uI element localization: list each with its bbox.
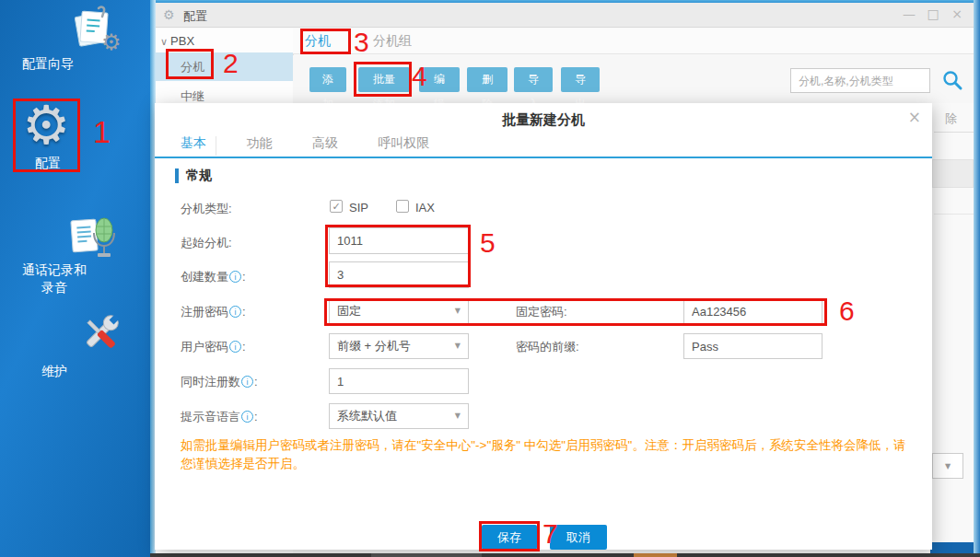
dropdown-caret-icon: ▼	[455, 334, 461, 358]
minimize-icon[interactable]: —	[902, 6, 916, 21]
window-gear-icon: ⚙	[163, 7, 175, 22]
maintenance-icon	[77, 309, 123, 357]
desktop-edge-strip	[150, 553, 980, 557]
background-divider	[934, 214, 974, 215]
registration-password-mode-select[interactable]: 固定 ▼	[329, 298, 469, 324]
background-page-size-select[interactable]: ▼	[932, 453, 963, 479]
info-icon: i	[229, 271, 241, 283]
config-wizard-icon: ⚙	[74, 6, 122, 50]
dialog-tab-features[interactable]: 功能	[246, 135, 272, 152]
password-prefix-label: 密码的前缀:	[516, 339, 579, 355]
selected-option: 前缀 + 分机号	[337, 339, 411, 353]
fixed-password-label: 固定密码:	[516, 304, 567, 320]
registration-password-label: 注册密码i:	[181, 304, 246, 320]
svg-text:⚙: ⚙	[101, 29, 122, 55]
iax-checkbox[interactable]	[396, 200, 409, 213]
info-icon: i	[241, 376, 253, 388]
tab-extension-group[interactable]: 分机组	[373, 33, 412, 50]
call-records-icon	[70, 215, 120, 261]
dialog-tab-basic[interactable]: 基本	[181, 135, 206, 152]
check-icon: ✓	[332, 201, 340, 213]
desktop-edge-segment	[371, 553, 482, 557]
dialog-tab-advanced[interactable]: 高级	[312, 135, 338, 152]
tree-item-extension[interactable]: 分机	[156, 52, 293, 81]
info-icon: i	[241, 411, 253, 423]
start-extension-label: 起始分机:	[181, 235, 232, 251]
desktop-edge-segment	[634, 553, 677, 557]
config-gear-icon: ⚙	[22, 99, 70, 151]
concurrent-registrations-label: 同时注册数i:	[181, 374, 258, 390]
selected-option: 系统默认值	[337, 409, 397, 423]
user-password-label: 用户密码i:	[181, 339, 246, 355]
sidebar-label-config: 配置	[0, 155, 96, 172]
save-button[interactable]: 保存	[482, 525, 537, 550]
tree-item-extension-label: 分机	[181, 60, 204, 74]
window-right-border	[974, 0, 980, 553]
search-input[interactable]	[790, 68, 930, 93]
sidebar-item-config[interactable]: ⚙ 配置	[0, 96, 150, 179]
sidebar-label-maintenance: 维护	[0, 363, 109, 380]
tree-item-trunk-label: 中继	[181, 89, 204, 103]
prompt-language-label: 提示音语言i:	[181, 409, 258, 425]
edit-button[interactable]: 编辑	[419, 67, 460, 92]
delete-button[interactable]: 删除	[467, 67, 508, 92]
maximize-icon[interactable]: □	[926, 6, 940, 21]
partially-hidden-button-text: 除	[945, 110, 957, 127]
tab-separator	[216, 136, 216, 156]
user-password-mode-select[interactable]: 前缀 + 分机号 ▼	[329, 333, 469, 359]
dropdown-caret-icon: ▼	[455, 299, 461, 323]
screen: ⚙ 配置向导 ⚙ 配置 通话记录和 录音	[0, 0, 980, 557]
dialog-tab-call-permission[interactable]: 呼叫权限	[378, 135, 429, 152]
info-icon: i	[229, 306, 241, 318]
batch-add-button[interactable]: 批量添加	[358, 67, 410, 92]
sidebar: ⚙ 配置向导 ⚙ 配置 通话记录和 录音	[0, 0, 150, 557]
start-extension-input[interactable]	[329, 227, 469, 254]
weak-password-warning: 如需批量编辑用户密码或者注册密码，请在"安全中心"->"服务" 中勾选"启用弱密…	[181, 436, 910, 473]
background-divider	[934, 132, 974, 133]
dialog-tab-bar: 基本 功能 高级 呼叫权限	[181, 134, 465, 157]
tree-node-pbx-label: PBX	[170, 34, 194, 48]
toolbar: 添加 批量添加 编辑 删除 导入 导出	[293, 55, 974, 103]
sidebar-item-maintenance[interactable]: 维护	[0, 308, 150, 385]
iax-checkbox-label: IAX	[415, 201, 435, 215]
content-tab-bar: 分机 分机组	[293, 29, 974, 54]
close-icon[interactable]: ×	[950, 6, 964, 21]
create-count-input[interactable]	[329, 261, 469, 288]
sidebar-item-config-wizard[interactable]: ⚙ 配置向导	[0, 4, 150, 74]
sidebar-label-call-records: 通话记录和 录音	[0, 261, 109, 296]
selected-option: 固定	[337, 304, 361, 318]
sip-checkbox[interactable]: ✓	[330, 200, 343, 213]
tree-node-pbx[interactable]: ∨PBX	[160, 34, 194, 48]
cancel-button[interactable]: 取消	[550, 525, 607, 550]
chevron-down-icon: ∨	[160, 36, 168, 48]
search-icon[interactable]	[941, 69, 963, 91]
extension-type-label: 分机类型:	[181, 201, 232, 217]
sidebar-label-config-wizard: 配置向导	[0, 55, 96, 73]
sip-checkbox-label: SIP	[349, 201, 368, 215]
concurrent-registrations-input[interactable]	[329, 368, 469, 394]
tab-extension[interactable]: 分机	[305, 33, 331, 50]
dialog-title: 批量新建分机	[155, 111, 932, 129]
password-prefix-input[interactable]	[683, 333, 822, 359]
window-title: 配置	[183, 8, 207, 25]
sidebar-item-call-records[interactable]: 通话记录和 录音	[0, 212, 150, 304]
dialog-close-icon[interactable]: ×	[908, 108, 921, 126]
create-count-label: 创建数量i:	[181, 269, 246, 285]
fixed-password-input[interactable]	[683, 298, 822, 324]
export-button[interactable]: 导出	[561, 67, 600, 92]
section-marker	[175, 168, 179, 183]
import-button[interactable]: 导入	[514, 67, 553, 92]
prompt-language-select[interactable]: 系统默认值 ▼	[329, 403, 469, 429]
active-tab-underline	[155, 157, 932, 158]
window-titlebar: ⚙ 配置 — □ ×	[156, 3, 974, 28]
background-row	[932, 159, 974, 188]
add-button[interactable]: 添加	[309, 67, 346, 92]
info-icon: i	[229, 341, 241, 353]
dropdown-caret-icon: ▼	[455, 404, 461, 428]
section-title: 常规	[186, 168, 212, 184]
batch-create-extension-dialog: 批量新建分机 × 基本 功能 高级 呼叫权限 常规 分机类型: ✓ SIP IA…	[155, 103, 932, 550]
dropdown-caret-icon: ▼	[945, 462, 951, 470]
